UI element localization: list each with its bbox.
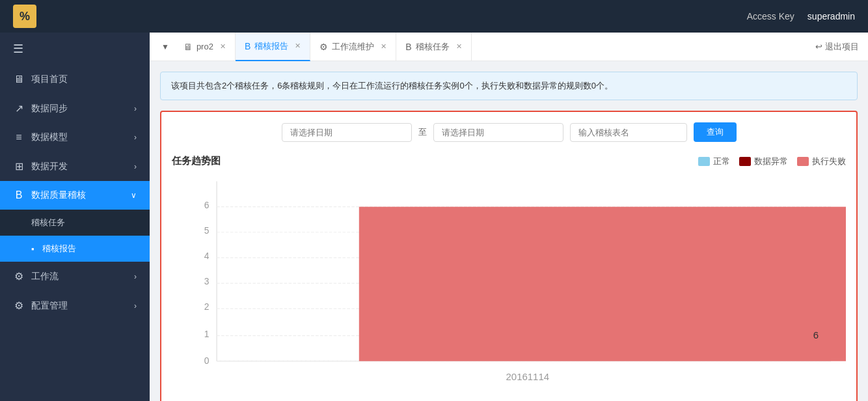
sidebar-item-data-dev-label: 数据开发	[31, 161, 68, 173]
sidebar: ☰ 🖥 项目首页 ↗ 数据同步 › ≡ 数据模型 › ⊞ 数据开发 › B 数据…	[0, 33, 150, 401]
info-bar: 该项目共包含2个稽核任务，6条稽核规则，今日在工作流运行的稽核任务实例0个，执行…	[160, 72, 858, 100]
bar-chart: 0 1 2 3 4	[172, 174, 846, 398]
sidebar-sub-item-audit-task[interactable]: 稽核任务	[0, 210, 150, 236]
svg-text:2: 2	[204, 301, 210, 312]
legend-data-anomaly-label: 数据异常	[754, 156, 788, 167]
tab-workflow-maint-close[interactable]: ✕	[381, 42, 387, 51]
tab-audit-task[interactable]: B 稽核任务 ✕	[396, 33, 471, 61]
sidebar-item-data-quality-label: 数据质量稽核	[31, 189, 86, 201]
legend-normal-label: 正常	[713, 156, 730, 167]
layout: ☰ 🖥 项目首页 ↗ 数据同步 › ≡ 数据模型 › ⊞ 数据开发 › B 数据…	[0, 33, 868, 401]
tab-audit-task-close[interactable]: ✕	[456, 42, 462, 51]
legend-exec-fail: 执行失败	[797, 156, 846, 167]
sidebar-item-data-model[interactable]: ≡ 数据模型 ›	[0, 123, 150, 152]
bold-icon: B	[245, 41, 251, 51]
tab-audit-report-label: 稽核报告	[254, 40, 288, 52]
tab-workflow-maint[interactable]: ⚙ 工作流维护 ✕	[310, 33, 396, 61]
legend-normal: 正常	[698, 156, 730, 167]
exit-label: 退出项目	[825, 41, 859, 53]
bar-chart-container: 0 1 2 3 4	[172, 174, 846, 398]
date-end-input[interactable]	[433, 123, 563, 142]
data-quality-icon: B	[13, 189, 25, 201]
date-start-input[interactable]	[282, 123, 412, 142]
tab-pro2-label: pro2	[197, 42, 213, 51]
svg-text:20161114: 20161114	[506, 371, 550, 382]
bold-icon-2: B	[405, 42, 411, 52]
sidebar-sub-data-quality: 稽核任务 ▪ 稽核报告	[0, 210, 150, 262]
filter-row: 至 查询	[172, 122, 846, 142]
topbar: % Access Key superadmin	[0, 0, 868, 33]
sidebar-item-workflow-label: 工作流	[31, 271, 59, 283]
svg-text:3: 3	[204, 276, 210, 286]
bar-exec-fail	[359, 207, 846, 361]
workflow-icon: ⚙	[13, 270, 25, 283]
exit-icon: ↩	[815, 42, 822, 51]
tab-workflow-maint-label: 工作流维护	[332, 41, 374, 53]
date-separator: 至	[418, 126, 427, 138]
workflow-tab-icon: ⚙	[319, 42, 328, 52]
home-icon: 🖥	[13, 74, 25, 85]
sidebar-item-data-dev[interactable]: ⊞ 数据开发 ›	[0, 152, 150, 181]
chevron-right-icon: ›	[134, 104, 137, 113]
sidebar-item-workflow[interactable]: ⚙ 工作流 ›	[0, 262, 150, 291]
sidebar-item-home[interactable]: 🖥 项目首页	[0, 65, 150, 94]
tab-audit-report[interactable]: B 稽核报告 ✕	[236, 33, 310, 61]
svg-text:6: 6	[204, 200, 210, 210]
sidebar-item-config[interactable]: ⚙ 配置管理 ›	[0, 291, 150, 320]
access-key-link[interactable]: Access Key	[747, 11, 794, 21]
sidebar-item-data-sync-label: 数据同步	[31, 103, 68, 115]
legend-anomaly-color	[739, 157, 751, 166]
tab-audit-task-label: 稽核任务	[416, 41, 450, 53]
bullet-icon: ▪	[31, 244, 34, 254]
hamburger-button[interactable]: ☰	[0, 33, 150, 65]
config-icon: ⚙	[13, 299, 25, 312]
legend-fail-color	[797, 157, 809, 166]
legend-exec-fail-label: 执行失败	[812, 156, 846, 167]
legend-normal-color	[698, 157, 710, 166]
chevron-down-icon: ∨	[131, 191, 137, 200]
tab-scroll-arrow[interactable]: ▼	[156, 42, 174, 51]
data-dev-icon: ⊞	[13, 160, 25, 173]
chart-section: 至 查询 任务趋势图 正常 数据异常	[160, 111, 858, 401]
info-text: 该项目共包含2个稽核任务，6条稽核规则，今日在工作流运行的稽核任务实例0个，执行…	[171, 81, 613, 90]
audit-report-label: 稽核报告	[42, 243, 76, 255]
svg-text:5: 5	[204, 225, 210, 236]
chevron-right-icon-5: ›	[134, 301, 137, 311]
chevron-right-icon-3: ›	[134, 162, 137, 171]
sidebar-item-data-quality[interactable]: B 数据质量稽核 ∨	[0, 181, 150, 210]
audit-name-input[interactable]	[570, 123, 687, 142]
tab-right-area: ↩ 退出项目	[815, 41, 868, 53]
sidebar-item-data-model-label: 数据模型	[31, 131, 68, 143]
audit-task-label: 稽核任务	[31, 217, 65, 228]
sidebar-item-data-sync[interactable]: ↗ 数据同步 ›	[0, 94, 150, 123]
chevron-right-icon-2: ›	[134, 133, 137, 142]
monitor-icon: 🖥	[183, 42, 193, 52]
legend-data-anomaly: 数据异常	[739, 156, 788, 167]
sidebar-sub-item-audit-report[interactable]: ▪ 稽核报告	[0, 236, 150, 262]
svg-text:0: 0	[204, 355, 210, 366]
chevron-right-icon-4: ›	[134, 272, 137, 281]
svg-text:6: 6	[813, 329, 819, 340]
tab-audit-report-close[interactable]: ✕	[295, 42, 301, 50]
exit-project-button[interactable]: ↩ 退出项目	[815, 41, 859, 53]
query-button[interactable]: 查询	[694, 122, 737, 142]
main-content: ▼ 🖥 pro2 ✕ B 稽核报告 ✕ ⚙ 工作流维护 ✕ B	[150, 33, 868, 401]
content-area: 该项目共包含2个稽核任务，6条稽核规则，今日在工作流运行的稽核任务实例0个，执行…	[150, 61, 868, 401]
sidebar-item-home-label: 项目首页	[31, 74, 68, 85]
username-label: superadmin	[807, 11, 855, 21]
data-sync-icon: ↗	[13, 102, 25, 115]
tab-pro2[interactable]: 🖥 pro2 ✕	[174, 33, 236, 61]
data-model-icon: ≡	[13, 131, 25, 143]
svg-text:4: 4	[204, 251, 210, 261]
svg-text:1: 1	[204, 329, 210, 339]
topbar-right: Access Key superadmin	[747, 11, 855, 21]
sidebar-item-config-label: 配置管理	[31, 300, 68, 312]
tab-pro2-close[interactable]: ✕	[220, 42, 226, 51]
chart-title: 任务趋势图	[172, 155, 221, 167]
chart-legend: 正常 数据异常 执行失败	[698, 156, 846, 167]
logo: %	[13, 5, 36, 28]
tabbar: ▼ 🖥 pro2 ✕ B 稽核报告 ✕ ⚙ 工作流维护 ✕ B	[150, 33, 868, 61]
chart-header: 任务趋势图 正常 数据异常 执行失败	[172, 155, 846, 167]
